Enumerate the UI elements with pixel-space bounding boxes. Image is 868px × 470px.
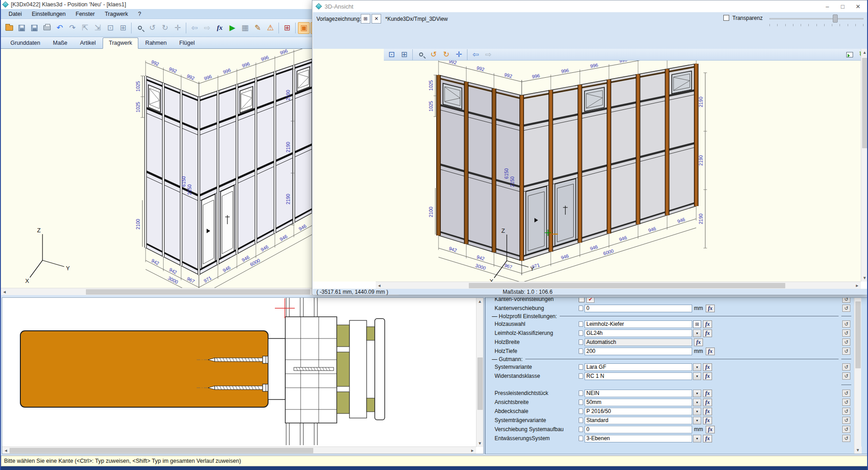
tab-grunddaten[interactable]: Grunddaten [5,38,46,48]
property-input[interactable]: 3-Ebenen [585,435,692,442]
nav-forward-icon[interactable]: ⇨ [201,22,213,34]
refresh-button[interactable]: ↺ [842,338,850,346]
formula-icon[interactable]: fx [214,22,226,34]
xsec-vscrollbar[interactable]: ▲ ▼ [476,298,483,447]
property-input[interactable]: 0 [585,426,692,433]
scroll-down-icon[interactable]: ▼ [861,274,868,282]
zoom-select-icon[interactable] [134,22,146,34]
rotate-left-icon[interactable]: ↺ [146,22,158,34]
row-checkbox[interactable] [579,297,585,302]
fx-button[interactable]: fx [703,329,712,337]
transparency-slider-thumb[interactable] [833,14,838,23]
dropdown-button[interactable]: ▼ [693,372,701,380]
menu-item-einstellungen[interactable]: Einstellungen [27,10,71,18]
fx-button[interactable]: fx [703,363,712,371]
view-back-icon[interactable]: ⇦ [470,49,481,61]
refresh-button[interactable]: ↺ [842,426,850,433]
scroll-up-icon[interactable]: ▲ [476,298,484,305]
property-input[interactable]: 0 [585,305,692,312]
scroll-left-icon[interactable]: ◄ [1,288,8,296]
scroll-right-icon[interactable]: ► [469,447,476,454]
scroll-down-icon[interactable]: ▼ [476,440,484,447]
view3d-hscrollbar[interactable]: ◄ ► [376,282,861,289]
menu-item-[interactable]: ? [133,10,146,18]
pan-view-icon[interactable]: ✛ [453,49,465,61]
dropdown-button[interactable]: ▼ [693,390,701,397]
refresh-button[interactable]: ↺ [842,320,850,328]
fx-button[interactable]: fx [694,338,703,346]
warning-icon[interactable]: ⚠ [264,22,276,34]
refresh-button[interactable]: ↺ [842,305,850,312]
cross-section-panel[interactable]: ▲ ▼ ◄ ► [2,297,484,454]
scroll-thumb[interactable] [855,301,861,368]
property-input[interactable]: Automatisch [585,338,692,346]
tab-flgel[interactable]: Flügel [174,38,201,48]
menu-item-datei[interactable]: Datei [4,10,27,18]
print-icon[interactable] [41,22,53,34]
refresh-button[interactable]: ↺ [842,417,850,424]
scroll-thumb[interactable] [469,283,785,288]
fx-button[interactable]: fx [703,372,712,380]
view-forward-icon[interactable]: ⇨ [482,49,494,61]
tab-mae[interactable]: Maße [47,38,73,48]
refresh-button[interactable]: ↺ [842,329,850,337]
fx-button[interactable]: fx [703,390,712,397]
property-input[interactable]: Leimholz-Kiefer [585,320,692,328]
scroll-up-icon[interactable]: ▲ [861,49,868,56]
undo-icon[interactable]: ↶ [54,22,66,34]
save-icon[interactable] [16,22,28,34]
menu-item-fenster[interactable]: Fenster [71,10,99,18]
import-icon[interactable]: ⇱ [79,22,91,34]
dropdown-button[interactable]: ▼ [693,399,701,406]
open-file-icon[interactable] [3,22,15,34]
fit-view-icon[interactable]: ⊡ [386,49,397,61]
edit-action-button[interactable]: ✔ [586,297,594,303]
property-input[interactable]: 200 [585,348,692,355]
copy-view-icon[interactable]: ⊞ [398,49,410,61]
property-input[interactable]: RC 1 N [585,372,692,380]
props-vscrollbar[interactable]: ▼ [854,298,861,454]
property-input[interactable]: P 2016/50 [585,408,692,415]
scroll-down-icon[interactable]: ▼ [854,446,862,454]
menu-item-tragwerk[interactable]: Tragwerk [100,10,133,18]
dropdown-button[interactable]: ▼ [693,363,701,371]
property-input[interactable]: 50mm [585,399,692,406]
dropdown-button[interactable]: ▼ [693,435,701,442]
refresh-button[interactable]: ↺ [842,399,850,406]
redo-icon[interactable]: ↷ [66,22,78,34]
refresh-button[interactable]: ↺ [842,348,850,355]
maximize-button[interactable]: □ [835,1,850,12]
notes-icon[interactable]: ✎ [252,22,264,34]
template-clear-button[interactable]: ✕ [372,14,381,24]
scroll-thumb[interactable] [86,289,310,295]
refresh-button[interactable]: ↺ [842,408,850,415]
tab-artikel[interactable]: Artikel [74,38,102,48]
transparency-slider[interactable] [769,18,863,19]
dropdown-button[interactable]: ▼ [693,417,701,424]
fx-button[interactable]: fx [703,320,712,328]
mesh-view-icon[interactable]: ▦ [239,22,251,34]
picker-button[interactable]: ⊞ [693,320,701,328]
save-all-icon[interactable] [28,22,40,34]
property-input[interactable]: Standard [585,417,692,424]
export-icon[interactable]: ⇲ [92,22,104,34]
scroll-left-icon[interactable]: ◄ [2,447,9,454]
scroll-thumb[interactable] [862,58,868,148]
fx-button[interactable]: fx [706,305,715,312]
copy-drawing-icon[interactable]: ⊞ [117,22,129,34]
rotate-view-icon[interactable]: ↺ [428,49,439,61]
orbit-view-icon[interactable]: ↻ [440,49,452,61]
view3d-titlebar[interactable]: 3D-Ansicht –□✕ [312,0,868,12]
fx-button[interactable]: fx [703,417,712,424]
rotate-right-icon[interactable]: ↻ [159,22,171,34]
property-input[interactable]: NEIN [585,390,692,397]
dropdown-button[interactable]: ▼ [693,329,701,337]
refresh-button[interactable]: ↺ [842,390,850,397]
tab-rahmen[interactable]: Rahmen [139,38,172,48]
xsec-hscrollbar[interactable]: ◄ ► [2,446,476,454]
scroll-thumb[interactable] [9,448,313,453]
fx-button[interactable]: fx [706,426,715,433]
transparency-checkbox[interactable] [723,15,729,21]
dropdown-button[interactable]: ▼ [693,408,701,415]
pan-icon[interactable]: ✛ [172,22,184,34]
